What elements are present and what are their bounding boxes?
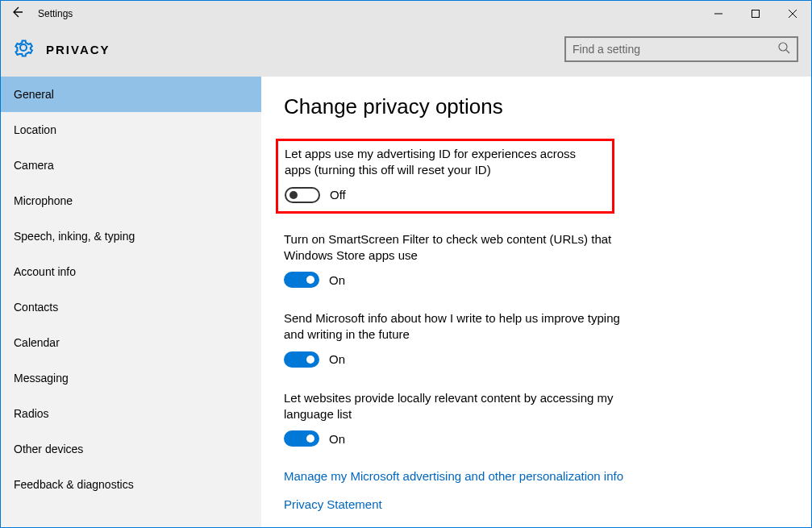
toggle-row: On [284, 272, 772, 288]
sidebar-item-radios[interactable]: Radios [1, 396, 261, 431]
sidebar-item-speech-inking-typing[interactable]: Speech, inking, & typing [1, 218, 261, 254]
close-button[interactable] [774, 1, 811, 27]
content: Change privacy options Let apps use my a… [261, 77, 811, 527]
setting-1: Turn on SmartScreen Filter to check web … [284, 231, 772, 289]
sidebar-item-general[interactable]: General [1, 77, 261, 112]
toggle-row: On [284, 430, 772, 447]
search-icon [777, 41, 790, 57]
gear-icon [14, 38, 33, 60]
setting-2: Send Microsoft info about how I write to… [284, 310, 772, 368]
link-1[interactable]: Privacy Statement [284, 497, 772, 511]
window-title: Settings [38, 8, 73, 19]
setting-desc: Send Microsoft info about how I write to… [284, 310, 639, 343]
toggle-knob [306, 355, 314, 364]
toggle-switch[interactable] [284, 272, 319, 288]
svg-rect-1 [752, 10, 760, 18]
toggle-switch[interactable] [284, 351, 319, 368]
svg-line-5 [786, 50, 789, 53]
sidebar-item-account-info[interactable]: Account info [1, 254, 261, 289]
toggle-state-label: On [329, 273, 345, 287]
sidebar-item-camera[interactable]: Camera [1, 148, 261, 183]
toggle-switch[interactable] [285, 187, 320, 203]
sidebar-item-feedback-diagnostics[interactable]: Feedback & diagnostics [1, 467, 261, 502]
header: Privacy [1, 27, 811, 77]
toggle-state-label: On [329, 432, 345, 446]
page-title: Privacy [46, 43, 110, 56]
toggle-knob [306, 434, 314, 443]
sidebar-item-other-devices[interactable]: Other devices [1, 431, 261, 467]
body: GeneralLocationCameraMicrophoneSpeech, i… [1, 77, 811, 527]
sidebar: GeneralLocationCameraMicrophoneSpeech, i… [1, 77, 261, 527]
svg-point-4 [779, 43, 787, 51]
sidebar-item-contacts[interactable]: Contacts [1, 289, 261, 325]
toggle-knob [306, 276, 314, 284]
setting-desc: Let apps use my advertising ID for exper… [285, 146, 604, 179]
sidebar-item-messaging[interactable]: Messaging [1, 360, 261, 396]
titlebar-left: Settings [1, 6, 73, 22]
links-list: Manage my Microsoft advertising and othe… [284, 469, 772, 511]
setting-0: Let apps use my advertising ID for exper… [276, 139, 614, 214]
toggle-knob [289, 191, 298, 199]
minimize-button[interactable] [700, 1, 737, 27]
window-controls [700, 1, 811, 27]
titlebar: Settings [1, 1, 811, 27]
sidebar-item-calendar[interactable]: Calendar [1, 325, 261, 360]
back-icon[interactable] [10, 6, 23, 22]
sidebar-item-microphone[interactable]: Microphone [1, 183, 261, 218]
sidebar-item-location[interactable]: Location [1, 112, 261, 148]
content-heading: Change privacy options [284, 94, 772, 119]
settings-window: Settings Privacy GeneralLocationCamer [0, 0, 812, 528]
toggle-row: On [284, 351, 772, 368]
toggle-row: Off [285, 187, 604, 203]
setting-desc: Let websites provide locally relevant co… [284, 390, 639, 423]
maximize-button[interactable] [737, 1, 774, 27]
search-box[interactable] [564, 36, 798, 62]
toggle-state-label: Off [330, 188, 346, 202]
link-0[interactable]: Manage my Microsoft advertising and othe… [284, 469, 772, 483]
setting-3: Let websites provide locally relevant co… [284, 390, 772, 447]
setting-desc: Turn on SmartScreen Filter to check web … [284, 231, 639, 264]
toggle-state-label: On [329, 352, 345, 366]
toggle-switch[interactable] [284, 430, 319, 447]
settings-list: Let apps use my advertising ID for exper… [284, 139, 772, 447]
search-input[interactable] [573, 43, 777, 56]
